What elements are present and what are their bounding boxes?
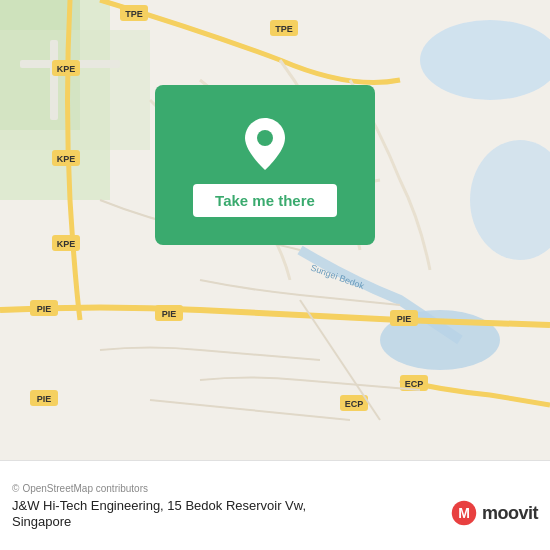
card-overlay: Take me there xyxy=(155,85,375,245)
map-container: PIE PIE PIE TPE TPE KPE KPE KPE ECP EC xyxy=(0,0,550,460)
copyright-icon: © xyxy=(12,483,19,494)
moovit-icon: M xyxy=(450,499,478,527)
location-name: J&W Hi-Tech Engineering, 15 Bedok Reserv… xyxy=(12,498,450,513)
take-me-there-button[interactable]: Take me there xyxy=(193,184,337,217)
svg-text:ECP: ECP xyxy=(345,399,364,409)
copyright-text: OpenStreetMap contributors xyxy=(22,483,148,494)
svg-text:KPE: KPE xyxy=(57,154,76,164)
info-bar: © OpenStreetMap contributors J&W Hi-Tech… xyxy=(0,460,550,550)
svg-rect-8 xyxy=(50,40,58,120)
svg-text:PIE: PIE xyxy=(37,304,52,314)
app: PIE PIE PIE TPE TPE KPE KPE KPE ECP EC xyxy=(0,0,550,550)
svg-text:ECP: ECP xyxy=(405,379,424,389)
moovit-logo: M moovit xyxy=(450,499,538,527)
svg-text:KPE: KPE xyxy=(57,64,76,74)
svg-text:M: M xyxy=(458,505,470,521)
location-row: J&W Hi-Tech Engineering, 15 Bedok Reserv… xyxy=(12,498,538,529)
svg-text:TPE: TPE xyxy=(125,9,143,19)
svg-text:PIE: PIE xyxy=(162,309,177,319)
svg-text:PIE: PIE xyxy=(37,394,52,404)
location-country: Singapore xyxy=(12,514,450,529)
svg-text:KPE: KPE xyxy=(57,239,76,249)
pin-icon xyxy=(240,114,290,174)
copyright-row: © OpenStreetMap contributors xyxy=(12,483,538,494)
moovit-text: moovit xyxy=(482,503,538,524)
svg-point-32 xyxy=(257,130,273,146)
svg-rect-6 xyxy=(0,30,150,150)
svg-text:TPE: TPE xyxy=(275,24,293,34)
svg-text:PIE: PIE xyxy=(397,314,412,324)
